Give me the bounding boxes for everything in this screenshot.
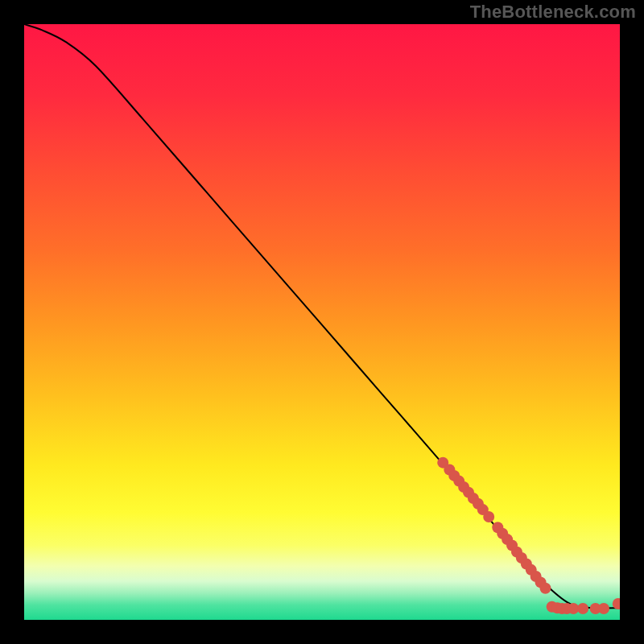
data-point [577,603,588,614]
marker-group [437,457,620,614]
attribution-label: TheBottleneck.com [470,2,636,23]
data-point [540,583,551,594]
curve-line [24,24,620,608]
plot-area [24,24,620,620]
data-point [598,603,609,614]
chart-frame: TheBottleneck.com [0,0,644,644]
chart-overlay [24,24,620,620]
data-point [483,511,494,522]
